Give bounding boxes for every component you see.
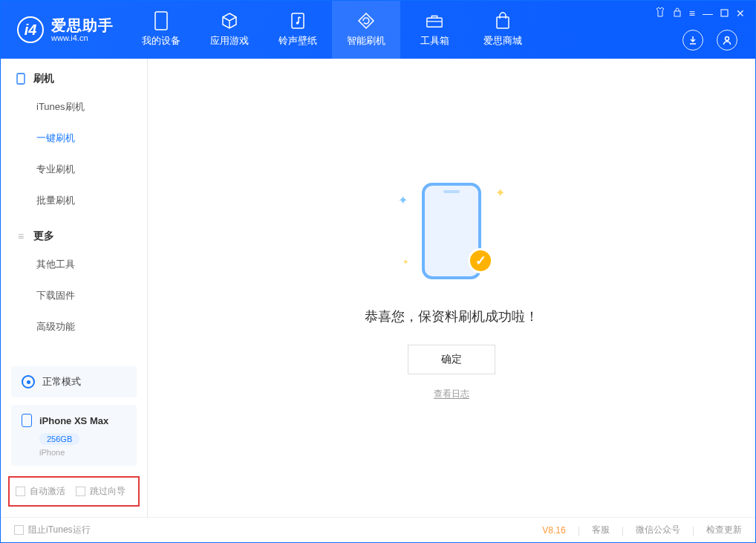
minimize-button[interactable]: —: [703, 7, 713, 19]
device-capacity-badge: 256GB: [39, 433, 79, 445]
footer-link-wechat[interactable]: 微信公众号: [636, 524, 680, 536]
svg-rect-3: [427, 18, 442, 27]
ok-button[interactable]: 确定: [408, 345, 495, 374]
footer-link-support[interactable]: 客服: [592, 524, 610, 536]
app-window: i4 爱思助手 www.i4.cn 我的设备 应用游戏 铃声壁纸 智能刷机: [0, 0, 756, 543]
nav-label: 工具箱: [420, 34, 449, 48]
nav-store[interactable]: 爱思商城: [469, 1, 537, 59]
sparkle-icon: ✦: [403, 258, 408, 266]
logo-area: i4 爱思助手 www.i4.cn: [1, 1, 127, 59]
sidebar-item-itunes-flash[interactable]: iTunes刷机: [1, 91, 147, 123]
svg-rect-4: [497, 17, 509, 28]
sidebar-item-pro-flash[interactable]: 专业刷机: [1, 154, 147, 185]
nav-apps-games[interactable]: 应用游戏: [195, 1, 264, 59]
music-icon: [289, 12, 307, 30]
refresh-icon: [357, 12, 375, 30]
download-button[interactable]: [682, 30, 703, 51]
nav-my-device[interactable]: 我的设备: [127, 1, 195, 59]
sidebar-group-flash: 刷机: [1, 59, 147, 91]
titlebar-right: ≡ — ✕: [655, 1, 755, 59]
success-message: 恭喜您，保资料刷机成功啦！: [365, 308, 538, 325]
svg-point-2: [296, 22, 299, 25]
svg-rect-0: [155, 12, 167, 30]
main-area: ✦ ✦ ✦ ✓ 恭喜您，保资料刷机成功啦！ 确定 查看日志: [148, 59, 755, 517]
svg-rect-6: [721, 10, 728, 16]
sidebar-item-batch-flash[interactable]: 批量刷机: [1, 185, 147, 216]
sparkle-icon: ✦: [495, 186, 505, 200]
view-log-link[interactable]: 查看日志: [434, 388, 469, 400]
highlighted-options: 自动激活 跳过向导: [8, 476, 140, 507]
device-name: iPhone XS Max: [39, 415, 108, 426]
success-illustration: ✦ ✦ ✦ ✓: [385, 175, 518, 287]
sidebar-item-download-firmware[interactable]: 下载固件: [1, 280, 147, 311]
shirt-icon[interactable]: [655, 7, 665, 19]
maximize-button[interactable]: [720, 7, 729, 19]
close-button[interactable]: ✕: [736, 7, 745, 19]
window-controls: ≡ — ✕: [655, 7, 745, 19]
menu-icon[interactable]: ≡: [689, 7, 695, 19]
checkbox-label: 跳过向导: [90, 485, 126, 498]
nav-label: 我的设备: [142, 34, 180, 48]
sidebar-item-advanced[interactable]: 高级功能: [1, 311, 147, 342]
version-label[interactable]: V8.16: [542, 525, 565, 536]
footer-right: V8.16 | 客服 | 微信公众号 | 检查更新: [542, 524, 742, 536]
list-icon: ≡: [16, 231, 26, 241]
svg-rect-5: [674, 11, 680, 16]
checkbox-label: 自动激活: [30, 485, 65, 498]
lock-icon[interactable]: [673, 7, 682, 19]
checkbox-icon: [16, 487, 25, 496]
sidebar-item-oneclick-flash[interactable]: 一键刷机: [1, 123, 147, 154]
footer-link-update[interactable]: 检查更新: [706, 524, 742, 536]
top-nav: 我的设备 应用游戏 铃声壁纸 智能刷机 工具箱 爱思商城: [127, 1, 537, 59]
app-url: www.i4.cn: [51, 33, 114, 42]
sidebar: 刷机 iTunes刷机 一键刷机 专业刷机 批量刷机 ≡ 更多 其他工具 下载固…: [1, 59, 148, 517]
footer: 阻止iTunes运行 V8.16 | 客服 | 微信公众号 | 检查更新: [1, 517, 755, 542]
nav-label: 铃声壁纸: [278, 34, 317, 48]
nav-smart-flash[interactable]: 智能刷机: [332, 1, 400, 59]
checkbox-label: 阻止iTunes运行: [28, 524, 91, 536]
toolbox-icon: [426, 12, 443, 30]
nav-label: 智能刷机: [347, 34, 385, 48]
device-phone-icon: [22, 414, 32, 427]
user-button[interactable]: [717, 30, 737, 51]
titlebar: i4 爱思助手 www.i4.cn 我的设备 应用游戏 铃声壁纸 智能刷机: [1, 1, 755, 59]
device-icon: [152, 12, 170, 30]
mode-status-label: 正常模式: [42, 375, 81, 388]
svg-rect-8: [17, 74, 25, 84]
checkbox-icon: [14, 525, 24, 535]
svg-point-7: [726, 37, 729, 41]
checkbox-block-itunes[interactable]: 阻止iTunes运行: [14, 524, 91, 536]
sparkle-icon: ✦: [398, 193, 408, 207]
body: 刷机 iTunes刷机 一键刷机 专业刷机 批量刷机 ≡ 更多 其他工具 下载固…: [1, 59, 755, 517]
nav-toolbox[interactable]: 工具箱: [400, 1, 469, 59]
sidebar-group-title: 刷机: [33, 72, 54, 85]
sidebar-item-other-tools[interactable]: 其他工具: [1, 249, 147, 280]
app-name: 爱思助手: [51, 17, 114, 33]
nav-ringtone-wallpaper[interactable]: 铃声壁纸: [264, 1, 332, 59]
logo-icon: i4: [17, 16, 44, 43]
checkbox-skip-guide[interactable]: 跳过向导: [76, 485, 126, 498]
cube-icon: [221, 12, 238, 30]
checkbox-icon: [76, 487, 85, 496]
mode-status[interactable]: 正常模式: [11, 366, 137, 397]
device-card[interactable]: iPhone XS Max 256GB iPhone: [11, 405, 137, 466]
checkmark-badge-icon: ✓: [468, 248, 493, 273]
checkbox-auto-activate[interactable]: 自动激活: [16, 485, 65, 498]
sidebar-group-title: 更多: [33, 230, 54, 243]
nav-label: 应用游戏: [210, 34, 249, 48]
nav-label: 爱思商城: [483, 34, 522, 48]
status-dot-icon: [22, 375, 35, 388]
phone-icon: [16, 74, 26, 84]
sidebar-group-more: ≡ 更多: [1, 216, 147, 249]
svg-rect-1: [292, 13, 304, 28]
device-type: iPhone: [39, 448, 126, 457]
store-icon: [494, 12, 512, 30]
